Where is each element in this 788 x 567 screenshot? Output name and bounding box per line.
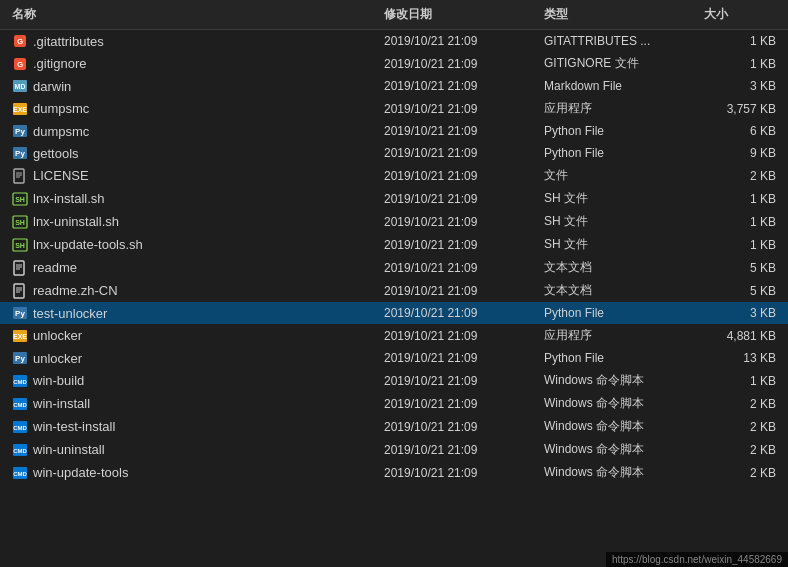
col-type[interactable]: 类型	[540, 4, 700, 25]
file-size: 1 KB	[700, 373, 780, 389]
file-size: 1 KB	[700, 237, 780, 253]
file-date: 2019/10/21 21:09	[380, 78, 540, 94]
table-row[interactable]: Py test-unlocker 2019/10/21 21:09 Python…	[0, 302, 788, 324]
file-icon: MD	[12, 78, 28, 94]
svg-text:MD: MD	[15, 83, 26, 90]
table-row[interactable]: CMD win-install 2019/10/21 21:09 Windows…	[0, 392, 788, 415]
table-row[interactable]: CMD win-update-tools 2019/10/21 21:09 Wi…	[0, 461, 788, 484]
table-row[interactable]: EXE dumpsmc 2019/10/21 21:09 应用程序 3,757 …	[0, 97, 788, 120]
col-name[interactable]: 名称	[8, 4, 380, 25]
svg-text:G: G	[17, 60, 23, 69]
file-name-cell: SH lnx-update-tools.sh	[8, 236, 380, 254]
file-date: 2019/10/21 21:09	[380, 123, 540, 139]
file-type: 应用程序	[540, 326, 700, 345]
file-date: 2019/10/21 21:09	[380, 237, 540, 253]
file-name-cell: Py test-unlocker	[8, 304, 380, 322]
file-size: 2 KB	[700, 465, 780, 481]
file-name-cell: Py unlocker	[8, 349, 380, 367]
file-icon	[12, 283, 28, 299]
file-date: 2019/10/21 21:09	[380, 396, 540, 412]
svg-text:G: G	[17, 37, 23, 46]
file-name: LICENSE	[33, 168, 89, 183]
file-icon	[12, 260, 28, 276]
file-name: unlocker	[33, 328, 82, 343]
table-row[interactable]: CMD win-build 2019/10/21 21:09 Windows 命…	[0, 369, 788, 392]
file-date: 2019/10/21 21:09	[380, 56, 540, 72]
file-icon: CMD	[12, 396, 28, 412]
svg-text:Py: Py	[15, 309, 25, 318]
table-row[interactable]: MD darwin 2019/10/21 21:09 Markdown File…	[0, 75, 788, 97]
file-icon: SH	[12, 191, 28, 207]
svg-text:SH: SH	[15, 242, 25, 249]
file-date: 2019/10/21 21:09	[380, 101, 540, 117]
file-size: 2 KB	[700, 396, 780, 412]
svg-text:CMD: CMD	[13, 471, 27, 477]
svg-text:Py: Py	[15, 354, 25, 363]
table-row[interactable]: G .gitignore 2019/10/21 21:09 GITIGNORE …	[0, 52, 788, 75]
file-name-cell: EXE dumpsmc	[8, 100, 380, 118]
file-name-cell: Py gettools	[8, 144, 380, 162]
file-type: Python File	[540, 123, 700, 139]
file-name: win-build	[33, 373, 84, 388]
file-name-cell: G .gitignore	[8, 55, 380, 73]
file-type: Windows 命令脚本	[540, 417, 700, 436]
file-name-cell: readme.zh-CN	[8, 282, 380, 300]
file-name: gettools	[33, 146, 79, 161]
file-name: dumpsmc	[33, 124, 89, 139]
table-row[interactable]: LICENSE 2019/10/21 21:09 文件 2 KB	[0, 164, 788, 187]
file-size: 3 KB	[700, 305, 780, 321]
col-date[interactable]: 修改日期	[380, 4, 540, 25]
svg-text:CMD: CMD	[13, 448, 27, 454]
table-row[interactable]: Py gettools 2019/10/21 21:09 Python File…	[0, 142, 788, 164]
file-name: win-test-install	[33, 419, 115, 434]
file-date: 2019/10/21 21:09	[380, 419, 540, 435]
file-name: lnx-update-tools.sh	[33, 237, 143, 252]
file-type: Windows 命令脚本	[540, 394, 700, 413]
file-type: SH 文件	[540, 212, 700, 231]
file-icon: G	[12, 33, 28, 49]
file-name: win-uninstall	[33, 442, 105, 457]
table-row[interactable]: Py unlocker 2019/10/21 21:09 Python File…	[0, 347, 788, 369]
file-icon: Py	[12, 350, 28, 366]
file-type: Python File	[540, 350, 700, 366]
file-size: 2 KB	[700, 419, 780, 435]
file-name: test-unlocker	[33, 306, 107, 321]
svg-text:SH: SH	[15, 219, 25, 226]
table-row[interactable]: CMD win-uninstall 2019/10/21 21:09 Windo…	[0, 438, 788, 461]
table-row[interactable]: EXE unlocker 2019/10/21 21:09 应用程序 4,881…	[0, 324, 788, 347]
table-row[interactable]: SH lnx-uninstall.sh 2019/10/21 21:09 SH …	[0, 210, 788, 233]
file-name: .gitattributes	[33, 34, 104, 49]
file-name: lnx-install.sh	[33, 191, 105, 206]
file-icon: Py	[12, 123, 28, 139]
file-name-cell: CMD win-install	[8, 395, 380, 413]
file-date: 2019/10/21 21:09	[380, 350, 540, 366]
file-explorer: 名称 修改日期 类型 大小 G .gitattributes 2019/10/2…	[0, 0, 788, 567]
file-size: 5 KB	[700, 283, 780, 299]
file-icon	[12, 168, 28, 184]
file-name: win-install	[33, 396, 90, 411]
file-date: 2019/10/21 21:09	[380, 260, 540, 276]
file-name: lnx-uninstall.sh	[33, 214, 119, 229]
file-date: 2019/10/21 21:09	[380, 145, 540, 161]
file-type: Windows 命令脚本	[540, 440, 700, 459]
file-icon: G	[12, 56, 28, 72]
file-name-cell: SH lnx-install.sh	[8, 190, 380, 208]
file-icon: SH	[12, 237, 28, 253]
svg-text:EXE: EXE	[13, 333, 27, 340]
svg-text:Py: Py	[15, 127, 25, 136]
table-row[interactable]: readme.zh-CN 2019/10/21 21:09 文本文档 5 KB	[0, 279, 788, 302]
table-row[interactable]: SH lnx-install.sh 2019/10/21 21:09 SH 文件…	[0, 187, 788, 210]
table-row[interactable]: CMD win-test-install 2019/10/21 21:09 Wi…	[0, 415, 788, 438]
table-row[interactable]: G .gitattributes 2019/10/21 21:09 GITATT…	[0, 30, 788, 52]
table-row[interactable]: Py dumpsmc 2019/10/21 21:09 Python File …	[0, 120, 788, 142]
file-type: SH 文件	[540, 235, 700, 254]
file-name: dumpsmc	[33, 101, 89, 116]
table-row[interactable]: readme 2019/10/21 21:09 文本文档 5 KB	[0, 256, 788, 279]
file-type: GITIGNORE 文件	[540, 54, 700, 73]
table-row[interactable]: SH lnx-update-tools.sh 2019/10/21 21:09 …	[0, 233, 788, 256]
file-size: 13 KB	[700, 350, 780, 366]
file-name-cell: SH lnx-uninstall.sh	[8, 213, 380, 231]
file-name: readme.zh-CN	[33, 283, 118, 298]
file-name-cell: CMD win-build	[8, 372, 380, 390]
col-size[interactable]: 大小	[700, 4, 780, 25]
